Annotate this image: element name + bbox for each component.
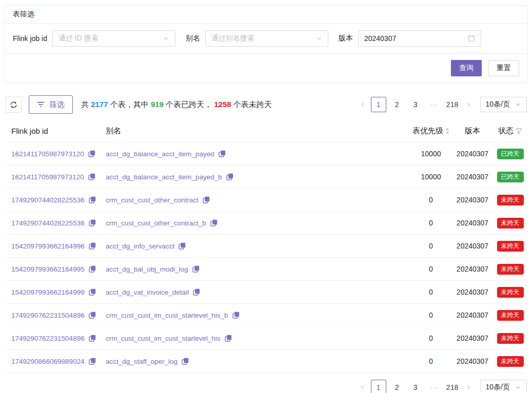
copy-icon[interactable] [219, 150, 226, 157]
flink-job-id-select[interactable]: 通过 ID 搜索 [52, 30, 175, 47]
alias-link[interactable]: acct_dg_bal_obj_modi_log [106, 265, 188, 273]
status-badge: 未跨天 [497, 264, 524, 275]
filter-funnel-icon[interactable] [516, 128, 522, 134]
copy-icon[interactable] [203, 196, 210, 203]
page-button-3[interactable]: 3 [408, 380, 423, 393]
copy-icon[interactable] [89, 288, 96, 296]
copy-icon[interactable] [192, 265, 200, 273]
copy-icon[interactable] [89, 196, 96, 203]
results-table: Flink job id 别名 表优先级 版本 状态 1621411705987… [5, 120, 527, 373]
flink-job-id-link[interactable]: 1542097993662164999 [11, 288, 85, 296]
alias-link[interactable]: acct_dg_vat_invoice_detail [106, 288, 189, 296]
copy-icon[interactable] [210, 219, 218, 226]
alias-link[interactable]: acct_dg_balance_acct_item_payed_b [106, 173, 222, 181]
flink-job-id-link[interactable]: 1749290866069889024 [11, 358, 85, 365]
alias-link[interactable]: acct_dg_info_servacct [106, 242, 174, 250]
uncrossed-count: 1258 [214, 100, 231, 109]
pagination-bottom: 123···21810条/页 [356, 380, 527, 393]
priority-value: 0 [410, 334, 451, 342]
next-page-button[interactable] [462, 97, 475, 112]
page-button-218[interactable]: 218 [445, 97, 460, 112]
copy-icon[interactable] [89, 242, 96, 250]
alias-link[interactable]: crm_cust_cust_other_contract [106, 196, 199, 204]
copy-icon[interactable] [226, 173, 233, 180]
copy-icon[interactable] [89, 335, 96, 342]
filter-actions-row: 查询 重置 [5, 54, 527, 82]
filter-button[interactable]: 筛选 [29, 95, 73, 114]
page-size-select[interactable]: 10条/页 [480, 97, 527, 112]
version-date-value: 20240307 [364, 34, 396, 43]
flink-job-id-link[interactable]: 1749290744028225536 [11, 196, 85, 204]
next-page-button[interactable] [462, 380, 475, 393]
column-header-flink-job-id: Flink job id [5, 120, 106, 141]
copy-icon[interactable] [88, 173, 95, 180]
page-button-2[interactable]: 2 [389, 97, 405, 112]
priority-value: 0 [410, 242, 451, 250]
alias-link[interactable]: acct_dg_balance_acct_item_payed [106, 150, 214, 158]
flink-job-id-link[interactable]: 1749290762231504896 [11, 335, 85, 342]
filter-panel-title: 表筛选 [5, 6, 527, 24]
page-size-select[interactable]: 10条/页 [480, 380, 527, 393]
alias-link[interactable]: acct_dg_staff_oper_log [106, 358, 178, 365]
column-header-priority[interactable]: 表优先级 [410, 120, 451, 142]
status-badge: 未跨天 [497, 218, 524, 229]
copy-icon[interactable] [88, 150, 95, 157]
version-value: 20240307 [451, 288, 494, 296]
table-row: 1542097993662164999 acct_dg_vat_invoice_… [5, 281, 527, 304]
page-button-1[interactable]: 1 [371, 97, 386, 112]
priority-value: 0 [410, 265, 451, 273]
refresh-button[interactable] [5, 96, 22, 113]
copy-icon[interactable] [89, 219, 96, 226]
query-button[interactable]: 查询 [451, 60, 482, 76]
table-row: 1749290744028225536 crm_cust_cust_other_… [5, 189, 527, 212]
table-body: 1621411705987973120 acct_dg_balance_acct… [5, 142, 527, 373]
page-ellipsis: ··· [426, 380, 442, 393]
version-value: 20240307 [451, 242, 494, 250]
copy-icon[interactable] [193, 288, 200, 296]
page-button-1[interactable]: 1 [371, 380, 386, 393]
column-header-status: 状态 [494, 120, 527, 142]
copy-icon[interactable] [225, 335, 232, 342]
chevron-down-icon [316, 35, 322, 42]
flink-job-id-link[interactable]: 1621411705987973120 [11, 150, 84, 158]
total-count: 2177 [91, 100, 108, 109]
flink-job-id-link[interactable]: 1542097993662164996 [11, 242, 85, 250]
reset-button[interactable]: 重置 [488, 60, 519, 76]
priority-value: 10000 [410, 173, 451, 181]
table-row: 1749290866069889024 acct_dg_staff_oper_l… [5, 350, 527, 373]
toolbar: 筛选 共 2177 个表，其中 919 个表已跨天， 1258 个表未跨天 12… [5, 95, 527, 114]
alias-link[interactable]: crm_cust_cust_im_cust_starlevel_his [106, 335, 221, 342]
status-badge: 未跨天 [497, 241, 524, 252]
alias-link[interactable]: crm_cust_cust_other_contract_b [106, 219, 206, 227]
pagination-top: 123···21810条/页 [356, 97, 527, 112]
chevron-down-icon [515, 101, 521, 108]
copy-icon[interactable] [89, 265, 96, 273]
flink-job-id-link[interactable]: 1621411705987973120 [11, 173, 84, 181]
copy-icon[interactable] [182, 358, 189, 365]
page-button-3[interactable]: 3 [408, 97, 423, 112]
copy-icon[interactable] [179, 242, 186, 250]
table-row: 1542097993662164995 acct_dg_bal_obj_modi… [5, 258, 527, 281]
filter-lines-icon [37, 101, 45, 108]
column-header-alias: 别名 [106, 120, 410, 142]
copy-icon[interactable] [89, 312, 96, 319]
page-button-2[interactable]: 2 [389, 380, 405, 393]
version-date-input[interactable]: 20240307 [358, 30, 481, 47]
version-value: 20240307 [451, 150, 494, 158]
copy-icon[interactable] [232, 312, 240, 319]
flink-job-id-link[interactable]: 1749290744028225536 [11, 219, 85, 227]
prev-page-button[interactable] [356, 380, 369, 393]
sort-icon[interactable] [445, 128, 449, 134]
prev-page-button[interactable] [356, 97, 369, 112]
table-row: 1542097993662164996 acct_dg_info_servacc… [5, 235, 527, 258]
flink-job-id-placeholder: 通过 ID 搜索 [58, 34, 98, 43]
flink-job-id-link[interactable]: 1542097993662164995 [11, 265, 85, 273]
alias-link[interactable]: crm_cust_cust_im_cust_starlevel_his_b [106, 312, 228, 319]
alias-select[interactable]: 通过别名搜索 [205, 30, 328, 47]
status-badge: 未跨天 [497, 356, 524, 367]
copy-icon[interactable] [89, 358, 96, 365]
page-button-218[interactable]: 218 [445, 380, 460, 393]
version-value: 20240307 [451, 173, 494, 181]
alias-placeholder: 通过别名搜索 [211, 34, 254, 43]
flink-job-id-link[interactable]: 1749290762231504896 [11, 312, 85, 319]
